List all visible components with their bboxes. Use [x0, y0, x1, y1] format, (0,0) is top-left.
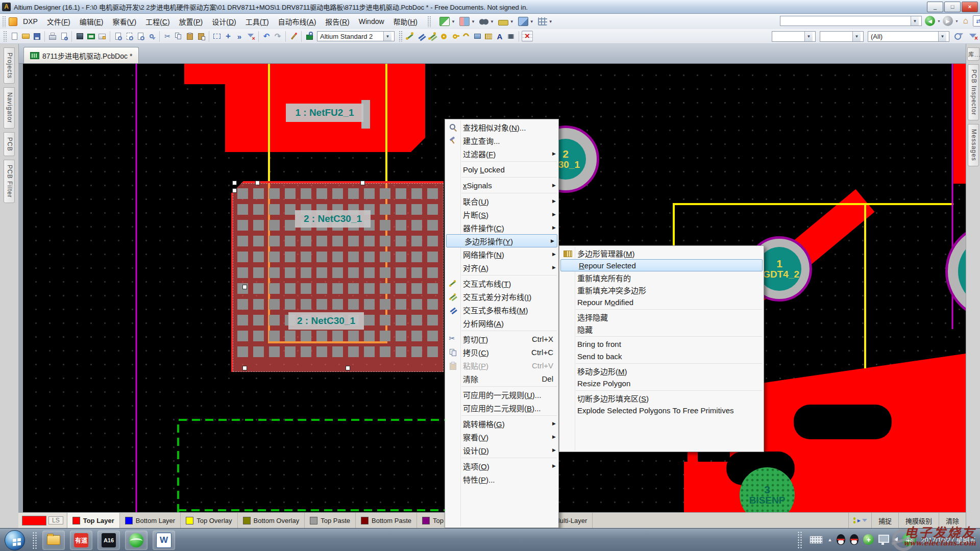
select-area-icon[interactable]	[212, 31, 222, 41]
menu-item[interactable]: 拷贝(C)Ctrl+C	[445, 345, 558, 359]
new-document-icon[interactable]	[9, 31, 19, 41]
menubar-item[interactable]: 文件(F)	[42, 14, 75, 29]
net-label[interactable]: 1 : NetFU2_1	[286, 104, 363, 122]
menu-item[interactable]: Explode Selected Polygons To Free Primit…	[559, 404, 764, 416]
menubar-item[interactable]: Window	[354, 15, 389, 28]
view-3d-icon[interactable]	[75, 31, 85, 41]
selection-handle[interactable]	[242, 285, 247, 289]
menubar-item[interactable]: 察看(V)	[108, 14, 141, 29]
panel-tab-navigator[interactable]: Navigator	[4, 87, 15, 128]
zoom-document-icon[interactable]	[113, 31, 123, 41]
menu-item[interactable]: 建立查询...	[445, 134, 558, 147]
selection-handle[interactable]	[360, 181, 365, 185]
chevron-down-icon[interactable]: ▼	[451, 19, 455, 24]
chevron-down-icon[interactable]: ▼	[510, 19, 514, 24]
address-combo[interactable]: ▼	[780, 16, 922, 26]
route-diff-pair-icon[interactable]	[427, 31, 437, 41]
menu-item[interactable]: 重新填充所有的	[559, 271, 764, 284]
chevron-down-icon[interactable]: ▼	[955, 19, 959, 23]
menu-item[interactable]: 清除Del	[445, 372, 558, 385]
layer-tab-top-paste[interactable]: Top Paste	[305, 513, 356, 528]
menu-item[interactable]: Poly Locked	[445, 163, 558, 176]
menubar-item[interactable]: 自动布线(A)	[274, 14, 321, 29]
menu-item[interactable]: 移动多边形(M)	[559, 365, 764, 377]
chevron-down-icon[interactable]: ▼	[804, 32, 813, 41]
zoom-filter-icon[interactable]	[953, 32, 964, 42]
net-label[interactable]: 2 : NetC30_1	[295, 210, 371, 228]
polygon-pour-icon[interactable]	[483, 31, 494, 41]
taskbar-app-altium[interactable]: A16	[97, 531, 120, 550]
panel-tab-projects[interactable]: Projects	[4, 47, 15, 84]
chevron-down-icon[interactable]: ▼	[911, 16, 919, 26]
print-icon[interactable]	[47, 31, 58, 41]
open-document-icon[interactable]	[20, 31, 31, 41]
layer-tab-top-layer[interactable]: Top Layer	[67, 513, 120, 528]
chevron-down-icon[interactable]: ▼	[852, 32, 861, 41]
menu-item[interactable]: 片断(S)▶	[445, 208, 558, 221]
menu-item[interactable]: 跳转栅格(G)▶	[445, 417, 558, 430]
menu-item[interactable]: Send to back	[559, 350, 764, 362]
tray-clock[interactable]: 2017/10/27 星期五	[921, 535, 979, 544]
menu-item[interactable]: 察看(V)▶	[445, 430, 558, 443]
minimize-button[interactable]: _	[927, 2, 943, 12]
menu-item[interactable]: 分析网络(A)	[445, 316, 558, 330]
menu-item[interactable]: 重新填充冲突多边形	[559, 284, 764, 296]
apply-special-icon[interactable]	[234, 31, 244, 41]
network-icon[interactable]	[878, 535, 889, 543]
chevron-down-icon[interactable]: ▼	[937, 19, 941, 23]
panel-tab-library[interactable]: 库...	[967, 47, 979, 61]
safety-shield-icon[interactable]: +	[863, 534, 874, 545]
paste-array-icon[interactable]	[196, 31, 206, 41]
chevron-down-icon[interactable]: ▼	[938, 32, 946, 41]
menu-item[interactable]: 过滤器(F)▶	[445, 147, 558, 160]
fill-icon[interactable]	[472, 31, 482, 41]
menu-item[interactable]: Bring to front	[559, 338, 764, 350]
menu-item[interactable]: Resize Polygon	[559, 377, 764, 389]
maximize-button[interactable]: □	[944, 2, 961, 12]
chevron-down-icon[interactable]: ▼	[530, 19, 534, 24]
menu-item[interactable]: Repour Selected	[560, 259, 763, 271]
selection-handle[interactable]	[346, 366, 350, 370]
view-board-icon[interactable]	[86, 31, 96, 41]
forward-icon[interactable]: ▶	[943, 16, 953, 26]
toolbar-grip[interactable]	[399, 31, 402, 42]
redo-icon[interactable]	[273, 31, 283, 41]
menubar-item[interactable]: 工程(C)	[141, 14, 174, 29]
utility-measure-tool[interactable]: ▼	[438, 16, 457, 27]
menu-item[interactable]: 可应用的二元规则(B)...	[445, 401, 558, 414]
menu-item[interactable]: 隐藏	[559, 323, 764, 335]
menu-item[interactable]: 可应用的一元规则(U)...	[445, 388, 558, 401]
panel-tab-pcb-filter[interactable]: PCB Filter	[4, 160, 15, 203]
menubar-item[interactable]: 报告(R)	[321, 14, 354, 29]
utility-alignment-tool[interactable]: ▼	[458, 16, 477, 27]
chevron-down-icon[interactable]: ▼	[490, 19, 494, 24]
menubar-item[interactable]: 帮助(H)	[389, 14, 422, 29]
menu-item[interactable]: 交互式差分对布线(I)	[445, 290, 558, 303]
chevron-down-icon[interactable]: ▼	[549, 19, 553, 24]
menubar-item[interactable]: 工具(T)	[241, 14, 274, 29]
menu-item[interactable]: 多边形操作(Y)▶	[446, 234, 557, 247]
mask-level-button[interactable]: 掩膜级别	[898, 513, 939, 528]
string-icon[interactable]	[495, 31, 505, 41]
menu-item[interactable]: Repour Modified	[559, 296, 764, 308]
clear-filter-icon[interactable]	[968, 32, 978, 42]
menu-item[interactable]: 选择隐藏	[559, 311, 764, 323]
menu-item[interactable]: 剪切(T)Ctrl+X	[445, 332, 558, 345]
qq-icon[interactable]	[850, 534, 859, 545]
taskbar-app-word[interactable]: W	[153, 531, 175, 550]
selection-handle[interactable]	[232, 188, 237, 193]
keyboard-icon[interactable]	[810, 536, 823, 544]
menu-item[interactable]: 切断多边形填充区(S)	[559, 392, 764, 404]
zoom-area-icon[interactable]	[124, 31, 134, 41]
selection-handle[interactable]	[242, 366, 247, 370]
panel-tab-messages[interactable]: Messages	[968, 124, 979, 166]
chevron-down-icon[interactable]: ▼	[383, 32, 391, 41]
show-hidden-icons[interactable]: ▲	[827, 537, 832, 542]
taskbar-app-folder[interactable]	[42, 531, 65, 550]
menu-item[interactable]: 对齐(A)▶	[445, 261, 558, 274]
selection-handle[interactable]	[232, 181, 237, 185]
menu-item[interactable]: 网络操作(N)▶	[445, 247, 558, 261]
workspace-panel-icon[interactable]	[97, 31, 107, 41]
save-document-icon[interactable]	[32, 31, 42, 41]
layer-tab-bottom-paste[interactable]: Bottom Paste	[356, 513, 417, 528]
